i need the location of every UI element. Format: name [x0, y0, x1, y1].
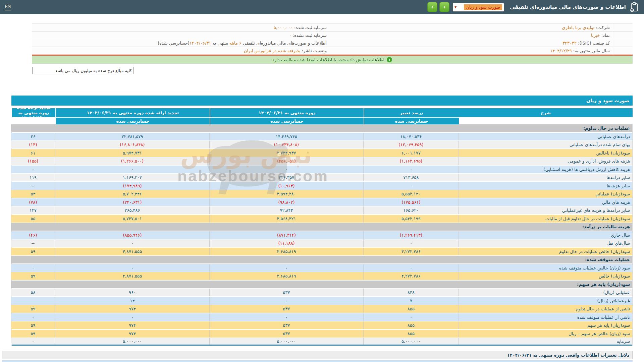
cell-period-restated-mid: (۱۰,۹۶۳): [209, 182, 363, 190]
row-label: سود(زيان) عمليات در حال تداوم قبل از مال…: [459, 215, 632, 223]
row-label: درآمدهاي عملياتي: [459, 133, 632, 140]
cell-percent-change: ۱۱۹: [11, 174, 55, 181]
cell-period-current: ۱۸,۰۷۰,۵۳۶: [363, 133, 459, 140]
company-info-item: شرکت: توليدي برنا باطري: [329, 24, 612, 32]
table-row: ساير درآمدها و هزينه هاى غيرعملياتي۱۶۵,۶…: [12, 206, 632, 214]
reasons-section-strip: [2, 360, 633, 362]
pnl-table-title: صورت سود و زیان: [11, 96, 633, 106]
cell-period-current: ۴,۲۷۲,۷۸۶: [363, 248, 459, 255]
cell-period-restated-mid: ۳,۵۹۴,۲۸۰: [209, 190, 363, 198]
chevron-down-icon: ▾: [454, 5, 457, 9]
cell-period-restated-mid: ۲,۶۸۵,۸۱۹: [209, 272, 363, 280]
table-row: سود(زيان) ناخالص۶,۰۰۱,۱۷۷۳,۷۳۴,۹۳۷۵,۹۷۴,…: [12, 149, 632, 157]
cell-period-current: (۱۷۵,۵۶۱): [363, 198, 459, 206]
row-label: بهاي تمام شده درآمدهاي عملياتي: [459, 141, 632, 148]
section-row: سود(زیان) پایه هر سهم:: [12, 281, 632, 288]
row-label: ساير هزينه‌ها: [459, 182, 632, 190]
cell-period-current: ۷: [363, 297, 459, 305]
table-row: غيرعملياتي (ريال)۷۰۱۴: [12, 297, 632, 305]
table-row: سال جاري(۱,۲۶۹,۴۱۳)(۸۷۱,۳۱۴)(۸۵۵,۹۴۶)(۴۶…: [12, 231, 632, 239]
cell-period-current: ۰: [363, 166, 459, 173]
table-row: سود (زيان) خالص هر سهم – ريال۸۵۵۵۳۷۹۷۴۵۹: [12, 330, 632, 338]
row-label: سود(زيان) عملياتي: [459, 190, 632, 198]
company-info-item: سرمایه ثبت نشده: ۰: [32, 32, 329, 39]
cell-period-restated-mid: ۵,۰۰۰,۰۰۰: [209, 338, 363, 345]
section-row: هزینه مالیات بر درآمد:: [12, 223, 632, 231]
language-toggle-en[interactable]: EN: [5, 4, 11, 10]
cell-period-current: ۸۵۵: [363, 330, 459, 338]
pnl-table: صورت سود و زیان شرح دوره منتهی به ۱۴۰۴/۰…: [11, 96, 633, 346]
cell-period-restated-mid: ۰: [209, 313, 363, 321]
table-row: هزينه هاى مالي(۱۷۵,۵۶۱)(۹۸,۸۰۲)(۲۴۰,۶۳۱)…: [12, 198, 632, 206]
cell-period-current: ۰: [363, 182, 459, 190]
cell-period-restated-mid: ۰: [209, 264, 363, 272]
row-label: ناشي از عمليات در حال تداوم: [459, 305, 632, 313]
cell-period-restated-mid: ۳,۷۳۴,۹۳۷: [209, 149, 363, 157]
table-row: هزينه کاهش ارزش دريافتني ها (هزينه استثن…: [12, 166, 632, 173]
cell-period-current: (۱,۲۶۹,۴۱۳): [363, 231, 459, 239]
row-label: سود (زيان) خالص هر سهم – ريال: [459, 330, 632, 338]
row-label: عملياتي (ريال): [459, 289, 632, 296]
table-row: عملياتي (ريال)۸۴۸۵۳۷۹۶۰۵۸: [12, 289, 632, 296]
cell-percent-change: --: [11, 239, 55, 247]
cell-period-restated-mid: (۱۱,۱۸۸): [209, 239, 363, 247]
cell-percent-change: (۴۶): [11, 231, 55, 239]
page: اطلاعات و صورت‌های مالی میاندوره‌ای تلفی…: [0, 0, 644, 362]
cell-period-restated-annual: ۰: [55, 313, 209, 321]
cell-percent-change: ۵۹: [11, 248, 55, 255]
table-row: سود (زيان) خالص عمليات متوقف شده۰۰۰۰: [12, 264, 632, 272]
cell-period-restated-mid: ۲,۶۸۵,۸۱۹: [209, 248, 363, 255]
cell-period-restated-annual: ۲۲,۷۸۱,۵۷۹: [55, 133, 209, 140]
cell-period-restated-annual: ۱,۱۶۹,۲۰۴: [55, 174, 209, 181]
row-label: سرمايه: [459, 338, 632, 345]
cell-percent-change: (۷۸): [11, 198, 55, 206]
section-label: عملیات متوقف شده:: [11, 256, 632, 263]
cell-period-restated-mid: ۷۲,۸۴۳: [209, 206, 363, 214]
row-label: سود(زيان) خالص: [459, 272, 632, 280]
statement-select-dropdown[interactable]: صورت سود و زیان ▾: [453, 3, 504, 11]
cell-percent-change: (۱۳): [11, 141, 55, 148]
row-label: ساير درآمدها و هزينه هاى غيرعملياتي: [459, 206, 632, 214]
signature-match-text: اطلاعات نمایش داده شده با اطلاعات امضا ش…: [272, 57, 384, 62]
cell-percent-change: ۵۸: [11, 289, 55, 296]
cell-period-restated-annual: (۱,۲۶۶,۵۰۰): [55, 157, 209, 165]
cell-percent-change: ۵۵: [11, 215, 55, 223]
cell-period-restated-annual: ۵,۷۰۲,۴۴۶: [55, 190, 209, 198]
cell-period-restated-mid: ۵۳۷: [209, 289, 363, 296]
row-label: سال جاري: [459, 231, 632, 239]
row-label: سال‌هاي قبل: [459, 239, 632, 247]
reasons-section-header: دلایل تغییرات اطلاعات واقعی دوره منتهی ب…: [2, 351, 633, 359]
row-label: غيرعملياتي (ريال): [459, 297, 632, 305]
cell-period-restated-annual: (۲۴۰,۶۳۱): [55, 198, 209, 206]
section-row: عملیات در حال تداوم:: [12, 124, 632, 132]
cell-period-current: ۰: [363, 313, 459, 321]
info-icon: i: [387, 57, 392, 62]
cell-percent-change: --: [11, 182, 55, 190]
prev-statement-button[interactable]: ‹: [439, 2, 449, 12]
cell-period-restated-annual: ۹۶۰: [55, 289, 209, 296]
table-row: سال‌هاي قبل۰(۱۱,۱۸۸)۰--: [12, 239, 632, 247]
cell-period-restated-annual: ۵,۷۲۷,۵۰۱: [55, 215, 209, 223]
cell-period-restated-mid: ۰: [209, 297, 363, 305]
next-statement-button[interactable]: ›: [427, 2, 437, 12]
cell-period-current: (۱,۱۶۲,۶۹۵): [363, 157, 459, 165]
info-row-spacer: [612, 24, 633, 32]
cell-percent-change: ۵۴: [11, 190, 55, 198]
row-label: ناشي از عمليات متوقف شده: [459, 313, 632, 321]
cell-period-restated-annual: ۰: [55, 166, 209, 173]
table-row: ساير هزينه‌ها۰(۱۰,۹۶۳)(۱۷۴,۹۸۹)--: [12, 182, 632, 190]
info-row-spacer: [612, 47, 633, 55]
cell-period-restated-annual: (۸۵۵,۹۴۶): [55, 231, 209, 239]
cell-period-current: ۸۵۵: [363, 305, 459, 313]
col-header-period-current: دوره منتهی به ۱۴۰۴/۰۶/۳۱: [210, 108, 364, 117]
cell-period-restated-annual: ۰: [55, 264, 209, 272]
pnl-table-body: عملیات در حال تداوم:درآمدهاي عملياتي۱۸,۰…: [11, 124, 633, 346]
cell-period-restated-mid: (۹۸,۸۰۲): [209, 198, 363, 206]
cell-period-restated-annual: ۱۴: [55, 297, 209, 305]
cell-period-current: ۵,۰۰۰,۰۰۰: [363, 338, 459, 345]
cell-period-current: ۶,۰۰۱,۱۷۷: [363, 149, 459, 157]
cell-period-current: ۰: [363, 264, 459, 272]
info-row-spacer: [612, 32, 633, 39]
table-row: هزينه هاى فروش، ادارى و عمومى(۱,۱۶۲,۶۹۵)…: [12, 157, 632, 165]
cell-period-restated-annual: ۹۷۴: [55, 321, 209, 329]
